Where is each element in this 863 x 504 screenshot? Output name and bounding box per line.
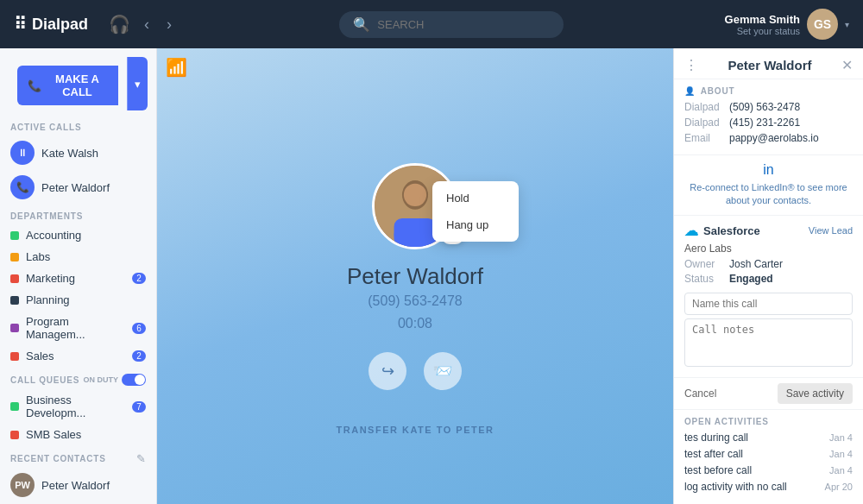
edit-icon[interactable]: ✎ [136, 452, 146, 465]
activity-1[interactable]: tes during call Jan 4 [684, 432, 853, 444]
pause-icon: ⏸ [10, 141, 35, 165]
make-call-label: MAKE A CALL [47, 72, 108, 98]
activity-name-1: tes during call [684, 432, 748, 444]
rp-more-button[interactable]: ⋮ [684, 57, 698, 73]
call-name-input[interactable] [684, 293, 853, 315]
dialpad-val-1: (509) 563-2478 [729, 101, 800, 113]
dept-dot-accounting [10, 231, 19, 240]
activity-name-4: log activity with no call [684, 481, 787, 493]
voicemail-icon: 📨 [433, 362, 452, 381]
open-activities: OPEN ACTIVITIES tes during call Jan 4 te… [674, 410, 863, 504]
queue-name-business: Business Developm... [26, 394, 125, 419]
hold-option[interactable]: Hold [432, 185, 519, 211]
dialpad-key-1: Dialpad [684, 101, 724, 113]
recent-contacts-header: RECENT CONTACTS ✎ [0, 445, 156, 469]
activity-4[interactable]: log activity with no call Apr 20 [684, 481, 853, 493]
contact-avatar-peter: PW [10, 473, 35, 497]
email-val: pappy@aerolabs.io [729, 132, 819, 144]
on-duty-label: ON DUTY [84, 375, 119, 384]
sf-owner-row: Owner Josh Carter [684, 258, 853, 270]
transfer-button[interactable]: ↪ [369, 352, 406, 390]
svg-point-2 [404, 183, 426, 205]
voicemail-button[interactable]: 📨 [424, 352, 462, 390]
view-lead-link[interactable]: View Lead [809, 225, 853, 236]
active-call-name-kate: Kate Walsh [41, 147, 98, 160]
chevron-down-icon: ▾ [845, 20, 849, 29]
activity-date-3: Jan 4 [829, 465, 853, 476]
call-queues-header: CALL QUEUES ON DUTY [0, 367, 156, 389]
active-call-peter[interactable]: 📞 Peter Waldorf [0, 170, 156, 205]
contact-dialpad-2: Dialpad (415) 231-2261 [684, 117, 853, 129]
sf-label: ☁ Salesforce [684, 223, 760, 239]
activity-date-2: Jan 4 [829, 449, 853, 459]
dept-badge-sales: 2 [132, 350, 146, 362]
email-key: Email [684, 132, 724, 144]
sidebar: 📞 MAKE A CALL ▾ ACTIVE CALLS ⏸ Kate Wals… [0, 48, 157, 504]
user-info: Gemma Smith Set your status [725, 13, 800, 36]
dept-dot-marketing [10, 274, 19, 283]
active-call-kate[interactable]: ⏸ Kate Walsh [0, 135, 156, 170]
hangup-label: Hang up [446, 218, 488, 231]
dept-sales[interactable]: Sales 2 [0, 345, 156, 367]
open-activities-label: OPEN ACTIVITIES [684, 417, 853, 426]
dept-planning[interactable]: Planning [0, 289, 156, 311]
caller-phone: (509) 563-2478 [368, 293, 462, 309]
linkedin-section: in Re-connect to LinkedIn® to see more a… [674, 155, 863, 216]
activity-3[interactable]: test before call Jan 4 [684, 464, 853, 476]
sf-label-text: Salesforce [703, 224, 760, 237]
rp-close-button[interactable]: ✕ [841, 57, 853, 73]
search-input[interactable] [377, 18, 550, 31]
dept-badge-marketing: 2 [132, 273, 146, 284]
queue-business-dev[interactable]: Business Developm... 7 [0, 389, 156, 424]
queue-smb-sales[interactable]: SMB Sales [0, 424, 156, 445]
dept-marketing[interactable]: Marketing 2 [0, 268, 156, 289]
make-call-dropdown-button[interactable]: ▾ [127, 57, 148, 110]
dept-program[interactable]: Program Managem... 6 [0, 311, 156, 345]
sf-owner-key: Owner [684, 258, 724, 270]
sf-status-row: Status Engaged [684, 273, 853, 285]
contact-name-peter: Peter Waldorf [41, 479, 110, 492]
make-call-button[interactable]: 📞 MAKE A CALL [17, 66, 118, 105]
search-icon: 🔍 [353, 16, 370, 33]
svg-rect-4 [394, 218, 437, 247]
headset-icon[interactable]: 🎧 [109, 14, 130, 35]
dept-labs[interactable]: Labs [0, 246, 156, 268]
contact-dialpad-1: Dialpad (509) 563-2478 [684, 101, 853, 113]
forward-button[interactable]: › [160, 12, 179, 37]
sf-icon: ☁ [684, 223, 698, 239]
user-menu[interactable]: Gemma Smith Set your status GS ▾ [725, 9, 849, 40]
activity-actions: Cancel Save activity [674, 378, 863, 410]
search-box[interactable]: 🔍 [339, 11, 564, 38]
activity-2[interactable]: test after call Jan 4 [684, 448, 853, 460]
call-area: 📶 ··· Hold Hang up [157, 48, 673, 504]
call-notes-textarea[interactable] [684, 318, 853, 367]
caller-name: Peter Waldorf [347, 263, 483, 290]
toggle-knob [135, 375, 145, 385]
dept-dot-program [10, 324, 19, 332]
avatar[interactable]: GS [807, 9, 838, 40]
toggle-switch[interactable] [122, 374, 146, 386]
dept-dot-sales [10, 352, 19, 361]
on-duty-toggle[interactable]: ON DUTY [84, 374, 147, 386]
queue-name-smb: SMB Sales [26, 428, 146, 441]
save-activity-button[interactable]: Save activity [778, 383, 853, 404]
back-button[interactable]: ‹ [137, 12, 156, 37]
queue-badge-business: 7 [132, 401, 146, 413]
hangup-option[interactable]: Hang up [432, 211, 519, 238]
logo-text: Dialpad [32, 16, 88, 34]
active-calls-label: ACTIVE CALLS [0, 116, 156, 135]
dept-accounting[interactable]: Accounting [0, 224, 156, 246]
dept-dot-planning [10, 296, 19, 305]
dept-badge-program: 6 [132, 323, 146, 334]
signal-bars-icon: 📶 [166, 57, 187, 78]
linkedin-text[interactable]: Re-connect to LinkedIn® to see more abou… [684, 181, 853, 208]
salesforce-section: ☁ Salesforce View Lead Aero Labs Owner J… [674, 216, 863, 378]
cancel-button[interactable]: Cancel [684, 387, 716, 400]
queue-dot-smb [10, 431, 19, 439]
rp-title: Peter Waldorf [728, 58, 812, 72]
phone-icon: 📞 [28, 79, 41, 92]
contact-peter[interactable]: PW Peter Waldorf [0, 469, 156, 501]
sf-owner-val: Josh Carter [729, 258, 783, 270]
right-panel: ⋮ Peter Waldorf ✕ 👤 ABOUT Dialpad (509) … [673, 48, 863, 504]
about-label: 👤 ABOUT [684, 86, 853, 96]
